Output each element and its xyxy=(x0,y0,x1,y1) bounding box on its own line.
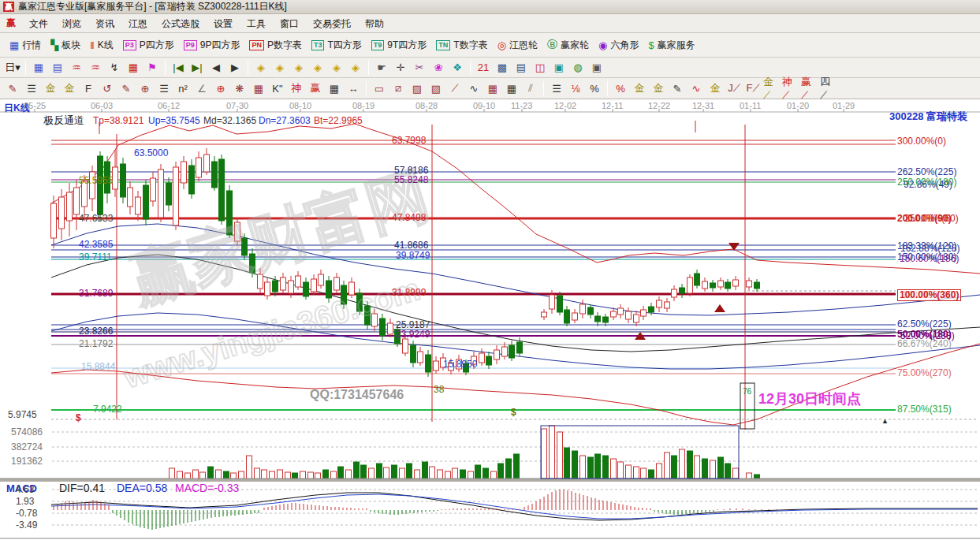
toolbar-button-quotes-grid[interactable]: ▦行情 xyxy=(5,37,46,54)
menu-item-7[interactable]: 窗口 xyxy=(273,16,306,32)
spider-web-icon[interactable]: ❋ xyxy=(231,80,248,96)
period-day-dropdown[interactable]: 日▾ xyxy=(4,60,21,76)
diamond-h-icon[interactable]: ◈ xyxy=(290,60,307,76)
toolbar-button-winner-service[interactable]: $赢家服务 xyxy=(643,37,699,54)
toolbar-button-p9-square[interactable]: P99P四方形 xyxy=(179,37,245,54)
gold-split2-icon[interactable]: 金 xyxy=(61,80,78,96)
gold-angle-icon[interactable]: 金 xyxy=(706,80,724,96)
notes-icon[interactable]: ▤ xyxy=(512,60,530,76)
red-hatch-icon[interactable]: ▨ xyxy=(408,80,426,96)
toolbar-button-p-square[interactable]: P3P四方形 xyxy=(118,37,179,54)
flag-icon[interactable]: ⚑ xyxy=(143,60,161,76)
playback-end-icon[interactable]: ▶| xyxy=(188,60,206,76)
kline-icon: ‖ xyxy=(90,39,94,51)
h-span-icon[interactable]: ↔ xyxy=(345,80,362,96)
save-disk-icon[interactable]: ◫ xyxy=(531,60,549,76)
calendar-21-icon[interactable]: 21 xyxy=(475,60,492,76)
cycle-icon[interactable]: ❖ xyxy=(449,60,466,76)
globe-icon[interactable]: ◍ xyxy=(569,60,587,76)
frame-box-icon[interactable]: ▭ xyxy=(371,80,388,96)
n-square-icon[interactable]: n² xyxy=(174,80,192,96)
pencil-tool-icon[interactable]: ✎ xyxy=(4,80,21,96)
gann-clock-icon[interactable]: ⊕ xyxy=(136,80,154,96)
menu-item-8[interactable]: 交易委托 xyxy=(306,16,358,32)
toolbar-button-sector-blocks[interactable]: ▚板块 xyxy=(46,37,85,54)
web-grid-icon[interactable]: ▦ xyxy=(250,80,267,96)
mesh2-icon[interactable]: ▦ xyxy=(503,80,520,96)
f-angle-icon[interactable]: F⟋ xyxy=(744,80,762,96)
toolbar-button-p-number-table[interactable]: PNP数字表 xyxy=(244,37,307,54)
title-bar[interactable]: 赢 赢家江恩专业版[赢家服务平台] - [富瑞特装 SZ300228-111日K… xyxy=(0,0,980,14)
window-grid-icon[interactable]: ▦ xyxy=(30,60,47,76)
wave9-icon[interactable]: ♒ xyxy=(87,60,104,76)
menu-item-2[interactable]: 资讯 xyxy=(88,16,121,32)
stock-list-icon[interactable]: ▤ xyxy=(49,60,66,76)
toolbar-button-t-number-table[interactable]: TNT数字表 xyxy=(431,37,492,54)
scissors-icon[interactable]: ✂ xyxy=(411,60,428,76)
k-mark-icon[interactable]: K" xyxy=(269,80,286,96)
switch-tool-icon[interactable]: ↯ xyxy=(106,60,123,76)
menu-item-3[interactable]: 江恩 xyxy=(121,16,155,32)
wave-red-icon[interactable]: ∿ xyxy=(687,80,705,96)
four-angle-icon[interactable]: 四⟋ xyxy=(820,80,837,96)
angle-tool-icon[interactable]: ∠ xyxy=(193,80,211,96)
spiral-icon[interactable]: ↺ xyxy=(99,80,116,96)
shen-angle-icon[interactable]: 神⟋ xyxy=(782,80,799,96)
playback-start-icon[interactable]: |◀ xyxy=(170,60,187,76)
fibonacci-icon[interactable]: F xyxy=(80,80,97,96)
flower-icon[interactable]: ❀ xyxy=(430,60,447,76)
win-angle-icon[interactable]: 赢⟋ xyxy=(801,80,818,96)
menu-item-1[interactable]: 浏览 xyxy=(55,16,88,32)
diag-hatch-icon[interactable]: ⫽ xyxy=(522,80,539,96)
diamond-left-icon[interactable]: ◈ xyxy=(252,60,270,76)
monitor-icon[interactable]: ▣ xyxy=(550,60,568,76)
red-grid-icon[interactable]: ▦ xyxy=(125,60,142,76)
toolbar-button-hexagon[interactable]: ◉六角形 xyxy=(594,37,643,54)
win-tool-icon[interactable]: 赢 xyxy=(307,80,324,96)
list-steps-icon[interactable]: ☰ xyxy=(548,80,565,96)
crosshair-icon[interactable]: ✛ xyxy=(392,60,409,76)
target-circle-icon[interactable]: ⊕ xyxy=(212,80,229,96)
red-mesh-icon[interactable]: ▦ xyxy=(484,80,501,96)
diamond-all-icon[interactable]: ◈ xyxy=(347,60,364,76)
fence-lines-icon[interactable]: ☰ xyxy=(23,80,40,96)
brush-icon[interactable]: ✎ xyxy=(117,80,135,96)
percent-icon[interactable]: % xyxy=(586,80,603,96)
red-texture-icon[interactable]: ▧ xyxy=(427,80,445,96)
zigzag-icon[interactable]: ∿ xyxy=(465,80,483,96)
toolbar-button-gann-wheel[interactable]: ◎江恩轮 xyxy=(493,37,542,54)
toolbar-button-kline[interactable]: ‖K线 xyxy=(85,37,117,54)
t9-square-icon: T9 xyxy=(371,40,385,50)
grid-123-icon[interactable]: ▦ xyxy=(326,80,343,96)
percent-bar-icon[interactable]: % xyxy=(612,80,629,96)
menu-item-5[interactable]: 设置 xyxy=(207,16,240,32)
gold-circle-icon[interactable]: 金 xyxy=(631,80,648,96)
ink-pen-icon[interactable]: ✎ xyxy=(669,80,686,96)
menu-item-0[interactable]: 文件 xyxy=(22,16,55,32)
menu-item-6[interactable]: 工具 xyxy=(240,16,273,32)
gold-line-icon[interactable]: 金 xyxy=(650,80,667,96)
ray-pencil-icon[interactable]: ⟋ xyxy=(446,80,464,96)
diamond-right-icon[interactable]: ◈ xyxy=(271,60,289,76)
grid-lines-icon[interactable]: ☰ xyxy=(155,80,173,96)
step-back-icon[interactable]: ◀ xyxy=(207,60,225,76)
gold-split-icon[interactable]: 金 xyxy=(42,80,59,96)
shen-tool-icon[interactable]: 神 xyxy=(288,80,305,96)
toolbar-button-winner-wheel[interactable]: Ⓑ赢家轮 xyxy=(542,36,594,54)
menu-item-4[interactable]: 公式选股 xyxy=(155,16,207,32)
winner-service-icon: $ xyxy=(648,39,654,51)
toolbar-button-t-square[interactable]: T3T四方形 xyxy=(307,37,367,54)
j-angle-icon[interactable]: J⟋ xyxy=(725,80,743,96)
diamond-v-icon[interactable]: ◈ xyxy=(328,60,345,76)
toolbar-button-t9-square[interactable]: T99T四方形 xyxy=(367,37,432,54)
diamond-x-icon[interactable]: ◈ xyxy=(309,60,326,76)
gold-ray-icon[interactable]: 金⟋ xyxy=(763,80,781,96)
fan-lines-icon[interactable]: ⧄ xyxy=(389,80,407,96)
calculator-icon[interactable]: ▩ xyxy=(494,60,511,76)
step-forward-icon[interactable]: ▶ xyxy=(226,60,244,76)
wave3-icon[interactable]: ♒ xyxy=(68,60,85,76)
menu-item-9[interactable]: 帮助 xyxy=(358,16,391,32)
hand-tool-icon[interactable]: ☛ xyxy=(373,60,390,76)
remote-pc-icon[interactable]: ▣ xyxy=(588,60,606,76)
fraction-icon[interactable]: ⅛ xyxy=(567,80,584,96)
